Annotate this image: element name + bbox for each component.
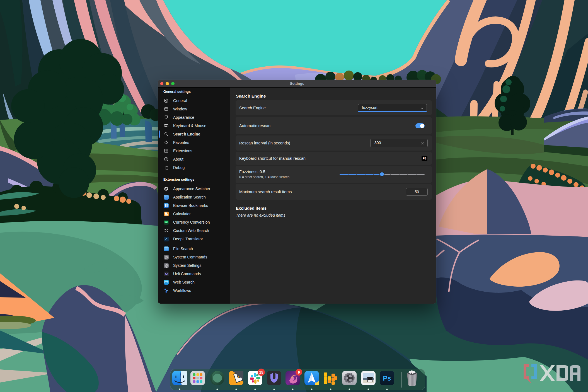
svg-text:9: 9 <box>298 370 300 374</box>
svg-text:Ps: Ps <box>383 374 391 382</box>
svg-text:15: 15 <box>259 370 263 374</box>
